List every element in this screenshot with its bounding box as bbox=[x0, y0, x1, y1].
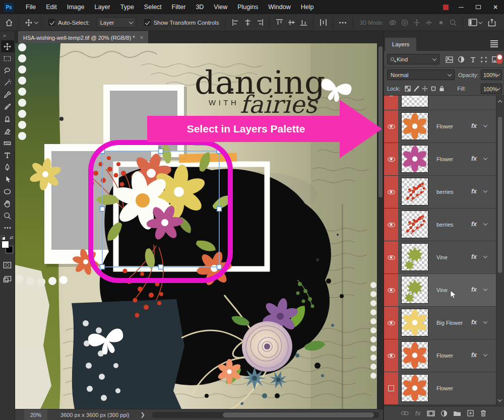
layer-name[interactable]: Big Flower bbox=[436, 320, 463, 326]
move-tool[interactable] bbox=[1, 40, 14, 52]
eyedropper-tool[interactable] bbox=[1, 89, 14, 101]
canvas-horizontal-scrollbar[interactable] bbox=[152, 412, 379, 418]
menu-help[interactable]: Help bbox=[296, 0, 319, 14]
home-icon[interactable] bbox=[3, 17, 15, 29]
layer-name[interactable]: Vine bbox=[436, 254, 448, 260]
layer-row[interactable]: Vine fx bbox=[384, 241, 496, 273]
lock-all-icon[interactable] bbox=[437, 85, 446, 92]
zoom-level-field[interactable]: 20% bbox=[24, 409, 47, 420]
layer-name[interactable]: Flower bbox=[436, 385, 453, 391]
opacity-dropdown[interactable]: 100% bbox=[481, 69, 502, 80]
share-icon[interactable] bbox=[486, 17, 498, 29]
visibility-eye-icon[interactable] bbox=[388, 288, 395, 293]
fx-expand-chevron-icon[interactable] bbox=[483, 156, 487, 160]
dock-expand-icon[interactable]: » bbox=[0, 31, 15, 40]
align-left-edges-icon[interactable] bbox=[229, 17, 241, 29]
ellipse-shape-tool[interactable] bbox=[1, 185, 14, 197]
layer-fx-badge[interactable]: fx bbox=[471, 319, 477, 326]
layer-fx-badge[interactable]: fx bbox=[471, 155, 477, 162]
align-top-edges-icon[interactable] bbox=[273, 17, 285, 29]
brush-tool[interactable] bbox=[1, 101, 14, 113]
layer-name[interactable]: Flower bbox=[436, 156, 453, 162]
gradient-tool[interactable] bbox=[1, 137, 14, 149]
new-layer-icon[interactable] bbox=[464, 408, 477, 419]
fx-expand-chevron-icon[interactable] bbox=[483, 352, 487, 356]
layer-name[interactable]: berries bbox=[436, 189, 454, 195]
transform-handle[interactable] bbox=[217, 265, 222, 269]
menu-edit[interactable]: Edit bbox=[41, 0, 62, 14]
close-window-button[interactable]: × bbox=[487, 2, 504, 13]
fill-dropdown[interactable]: 100% bbox=[481, 84, 502, 94]
menu-layer[interactable]: Layer bbox=[89, 0, 115, 14]
layer-fx-badge[interactable]: fx bbox=[471, 122, 477, 129]
pen-tool[interactable] bbox=[1, 161, 14, 173]
visibility-off-icon[interactable] bbox=[388, 385, 394, 391]
type-tool[interactable] bbox=[1, 149, 14, 161]
menu-file[interactable]: File bbox=[21, 0, 41, 14]
link-layers-icon[interactable] bbox=[398, 408, 411, 419]
layer-row[interactable]: fx bbox=[384, 96, 496, 110]
menu-select[interactable]: Select bbox=[139, 0, 167, 14]
lock-transparency-icon[interactable] bbox=[403, 85, 412, 92]
align-bottom-edges-icon[interactable] bbox=[297, 17, 309, 29]
visibility-eye-icon[interactable] bbox=[388, 124, 395, 129]
quick-mask-mode-icon[interactable] bbox=[1, 259, 14, 271]
adjustment-layer-icon[interactable] bbox=[437, 408, 451, 419]
magic-wand-tool[interactable] bbox=[1, 77, 14, 89]
menu-window[interactable]: Window bbox=[263, 0, 295, 14]
layer-fx-badge[interactable]: fx bbox=[471, 286, 477, 293]
transform-handle[interactable] bbox=[217, 207, 222, 212]
transform-handle[interactable] bbox=[100, 265, 105, 269]
align-right-edges-icon[interactable] bbox=[254, 17, 266, 29]
fx-expand-chevron-icon[interactable] bbox=[483, 254, 487, 258]
align-horizontal-centers-icon[interactable] bbox=[241, 17, 254, 29]
lasso-tool[interactable] bbox=[1, 64, 14, 77]
menu-image[interactable]: Image bbox=[62, 0, 90, 14]
edit-toolbar-icon[interactable] bbox=[1, 222, 14, 234]
hand-tool[interactable] bbox=[1, 197, 14, 209]
layer-thumbnail[interactable] bbox=[401, 374, 428, 402]
menu-type[interactable]: Type bbox=[115, 0, 139, 14]
scroll-down-icon[interactable] bbox=[498, 397, 502, 401]
eraser-tool[interactable] bbox=[1, 125, 14, 137]
transform-handle[interactable] bbox=[159, 265, 163, 269]
foreground-color-swatch[interactable] bbox=[2, 241, 9, 248]
path-select-tool[interactable] bbox=[1, 173, 14, 185]
filter-toggle[interactable] bbox=[496, 54, 502, 64]
filter-kind-dropdown[interactable]: Kind bbox=[387, 54, 439, 64]
layer-name[interactable]: Flower bbox=[436, 353, 453, 359]
layer-row[interactable]: Big Flower fx bbox=[384, 307, 496, 339]
menu-view[interactable]: View bbox=[209, 0, 232, 14]
swap-colors-icon[interactable]: ⇄ bbox=[10, 235, 14, 240]
layer-thumbnail[interactable] bbox=[401, 96, 428, 107]
visibility-eye-icon[interactable] bbox=[388, 321, 395, 325]
layer-thumbnail[interactable] bbox=[401, 276, 428, 304]
move-tool-icon[interactable] bbox=[23, 17, 35, 29]
layer-thumbnail[interactable] bbox=[401, 211, 428, 238]
layer-row[interactable]: Flower fx bbox=[384, 143, 496, 175]
visibility-eye-icon[interactable] bbox=[388, 190, 395, 194]
layer-fx-badge[interactable]: fx bbox=[471, 188, 477, 195]
layer-thumbnail[interactable] bbox=[401, 145, 428, 173]
blend-mode-dropdown[interactable]: Normal bbox=[387, 69, 455, 80]
filter-type-layers-icon[interactable] bbox=[468, 55, 477, 63]
visibility-eye-icon[interactable] bbox=[388, 157, 395, 162]
layer-row[interactable]: Flower bbox=[384, 372, 496, 404]
layers-panel-tab[interactable]: Layers bbox=[385, 38, 416, 51]
document-tab[interactable]: HSA-wishing-well-temp2.tif @ 20% (RGB/8)… bbox=[18, 31, 148, 43]
auto-select-checkbox[interactable]: Auto-Select: bbox=[45, 16, 93, 29]
menu-filter[interactable]: Filter bbox=[167, 0, 191, 14]
layer-fx-badge[interactable]: fx bbox=[471, 352, 477, 359]
layer-name[interactable]: berries bbox=[436, 222, 454, 228]
fx-expand-chevron-icon[interactable] bbox=[483, 319, 487, 323]
filter-shape-layers-icon[interactable] bbox=[479, 55, 488, 63]
visibility-eye-icon[interactable] bbox=[388, 96, 395, 96]
visibility-eye-icon[interactable] bbox=[388, 255, 395, 260]
minimize-button[interactable] bbox=[453, 2, 470, 13]
scroll-up-icon[interactable] bbox=[498, 100, 502, 104]
layer-thumbnail[interactable] bbox=[401, 341, 428, 369]
auto-select-target-dropdown[interactable]: Layer bbox=[97, 17, 136, 28]
scrollbar-thumb[interactable] bbox=[498, 117, 502, 273]
distribute-horizontal-icon[interactable] bbox=[317, 17, 329, 29]
layer-style-fx-icon[interactable]: fx bbox=[411, 408, 424, 419]
